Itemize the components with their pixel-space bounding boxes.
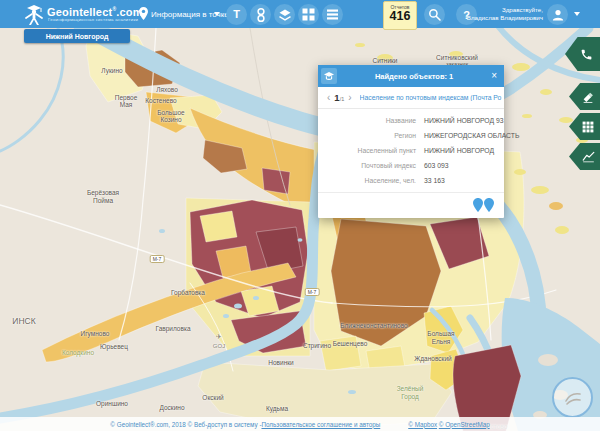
text-tool-icon: T <box>233 9 240 20</box>
layers-tool-button[interactable] <box>274 4 295 25</box>
user-avatar[interactable] <box>547 4 568 25</box>
user-greeting: Здравствуйте, Владислав Владимирович <box>443 6 543 22</box>
object-fields: Название НИЖНИЙ НОВГОРОД 93 Регион НИЖЕГ… <box>318 109 504 184</box>
phone-icon <box>580 48 593 61</box>
search-icon <box>428 8 441 21</box>
chart-icon <box>582 150 595 163</box>
layer-link[interactable]: Население по почтовым индексам (Почта Ро <box>360 94 504 101</box>
field-label: Население, чел. <box>318 177 416 184</box>
blocks-tool-button[interactable] <box>298 4 319 25</box>
field-value: 603 093 <box>424 162 449 169</box>
user-menu-chevron-icon[interactable] <box>574 12 580 16</box>
clusters-icon <box>254 7 268 23</box>
geointellect-logo-icon <box>23 3 45 25</box>
field-label: Населенный пункт <box>318 147 416 154</box>
field-row: Почтовый индекс 603 093 <box>318 162 498 169</box>
geointellect-app: СитникиСитниковскийзаказникЛукиноЛяховоП… <box>0 0 600 431</box>
logo-wordmark[interactable]: Geointellect®.com <box>47 4 143 18</box>
field-row: Название НИЖНИЙ НОВГОРОД 93 <box>318 117 498 124</box>
greeting-line1: Здравствуйте, <box>443 6 543 14</box>
osm-link[interactable]: © OpenStreetMap <box>439 421 490 428</box>
search-button[interactable] <box>424 4 445 25</box>
reports-counter[interactable]: Отчетов 416 <box>383 1 417 30</box>
chevron-down-icon[interactable] <box>214 12 220 16</box>
layers-icon <box>278 8 292 22</box>
avatar-icon <box>551 8 565 22</box>
top-bar: Geointellect®.com Геоинформационная сист… <box>0 0 600 28</box>
logo-tagline: Геоинформационная система аналитики <box>48 17 138 22</box>
field-label: Регион <box>318 132 416 139</box>
blocks-icon <box>302 8 315 21</box>
field-row: Населенный пункт НИЖНИЙ НОВГОРОД <box>318 147 498 154</box>
attribution-bar: © Geointellect®.com, 2018 © Веб-доступ в… <box>0 417 600 431</box>
popup-layer-badge <box>321 68 337 84</box>
found-objects-popup: Найдено объектов: 1 × ‹ 1/1 › Население … <box>318 65 504 218</box>
user-agreement-link[interactable]: Пользовательское соглашение и авторы <box>261 421 380 428</box>
city-selector-button[interactable]: Нижний Новгород <box>24 29 130 43</box>
field-row: Регион НИЖЕГОРОДСКАЯ ОБЛАСТЬ <box>318 132 498 139</box>
field-value: НИЖЕГОРОДСКАЯ ОБЛАСТЬ <box>424 132 519 139</box>
field-row: Население, чел. 33 163 <box>318 177 498 184</box>
field-value: НИЖНИЙ НОВГОРОД <box>424 147 494 154</box>
greeting-line2: Владислав Владимирович <box>443 14 543 22</box>
field-value: 33 163 <box>424 177 445 184</box>
popup-title: Найдено объектов: 1 <box>337 72 491 81</box>
field-value: НИЖНИЙ НОВГОРОД 93 <box>424 117 504 124</box>
text-tool-button[interactable]: T <box>226 4 247 25</box>
layer-stack-tool-button[interactable] <box>322 4 343 25</box>
layer-stack-icon <box>326 8 339 21</box>
map-attribution-control[interactable] <box>552 377 593 418</box>
next-page-button[interactable]: › <box>345 92 354 103</box>
popup-pagination: ‹ 1/1 › Население по почтовым индексам (… <box>318 87 504 109</box>
mapbox-link[interactable]: © Mapbox <box>408 421 437 428</box>
graduation-cap-icon <box>323 71 335 82</box>
eraser-icon <box>582 91 594 103</box>
compass-watermark-icon <box>562 387 584 409</box>
page-indicator: 1/1 <box>334 92 344 103</box>
clusters-tool-button[interactable] <box>250 4 271 25</box>
location-pin-icon <box>139 7 148 20</box>
close-icon[interactable]: × <box>491 71 497 81</box>
grid-icon <box>582 121 594 133</box>
map-canvas[interactable] <box>0 0 600 431</box>
reports-count: 416 <box>384 10 416 23</box>
field-label: Почтовый индекс <box>318 162 416 169</box>
copyright-text: © Geointellect®.com, 2018 © Веб-доступ в… <box>110 421 261 428</box>
field-label: Название <box>318 117 416 124</box>
popup-footer <box>318 192 504 218</box>
popup-header: Найдено объектов: 1 × <box>318 65 504 87</box>
map-pins-icon[interactable] <box>473 198 495 212</box>
prev-page-button[interactable]: ‹ <box>324 92 333 103</box>
